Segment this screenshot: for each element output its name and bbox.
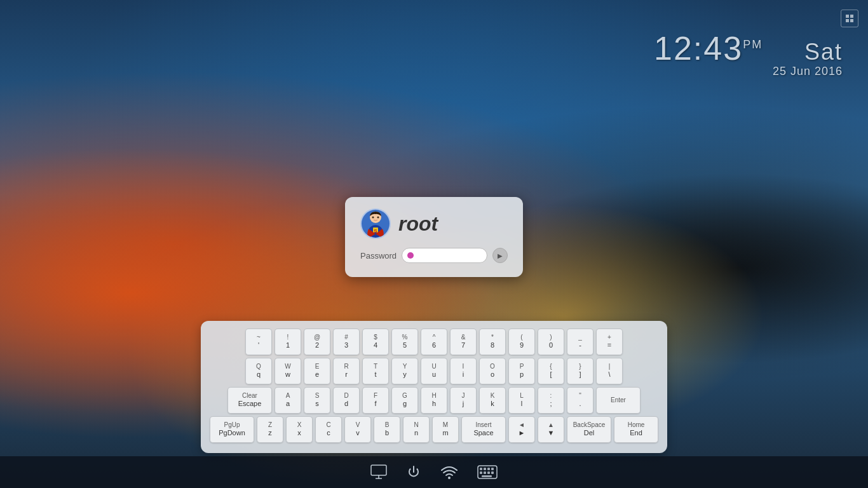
svg-rect-16 bbox=[484, 468, 486, 470]
svg-rect-15 bbox=[480, 468, 482, 470]
settings-icon[interactable] bbox=[841, 10, 858, 27]
key-A[interactable]: Aa bbox=[275, 387, 301, 414]
svg-rect-0 bbox=[846, 15, 849, 18]
svg-point-9 bbox=[377, 217, 379, 219]
key-home-end[interactable]: HomeEnd bbox=[614, 416, 658, 443]
key-rparen-0[interactable]: )0 bbox=[538, 329, 564, 355]
key-left-right-arrow[interactable]: ◄► bbox=[508, 416, 535, 443]
login-dialog: S root Password ▶ bbox=[345, 197, 523, 277]
svg-rect-20 bbox=[484, 471, 486, 474]
key-percent-5[interactable]: %5 bbox=[391, 329, 418, 355]
svg-rect-1 bbox=[850, 15, 853, 18]
taskbar-keyboard-icon[interactable] bbox=[477, 465, 498, 479]
key-amp-7[interactable]: &7 bbox=[450, 329, 477, 355]
key-caret-6[interactable]: ^6 bbox=[421, 329, 447, 355]
key-K[interactable]: Kk bbox=[479, 387, 506, 414]
key-H[interactable]: Hh bbox=[421, 387, 447, 414]
key-at-2[interactable]: @2 bbox=[304, 329, 330, 355]
svg-rect-17 bbox=[487, 468, 490, 470]
taskbar-power-icon[interactable] bbox=[406, 464, 421, 480]
key-N[interactable]: Nn bbox=[403, 416, 430, 443]
key-hash-3[interactable]: #3 bbox=[333, 329, 360, 355]
key-underscore-minus[interactable]: _- bbox=[567, 329, 593, 355]
user-row: S root bbox=[360, 208, 508, 239]
svg-point-13 bbox=[448, 477, 451, 479]
password-row: Password ▶ bbox=[360, 248, 508, 263]
key-S[interactable]: Ss bbox=[304, 387, 330, 414]
key-E[interactable]: Ee bbox=[304, 358, 330, 384]
clock: 12:43PM Sat 25 Jun 2016 bbox=[654, 32, 843, 78]
taskbar-monitor-icon[interactable] bbox=[370, 464, 387, 480]
key-clear-escape[interactable]: ClearEscape bbox=[227, 387, 272, 414]
clock-time: 12:43PM Sat bbox=[654, 32, 843, 65]
key-F[interactable]: Ff bbox=[362, 387, 389, 414]
key-L[interactable]: Ll bbox=[508, 387, 535, 414]
key-I[interactable]: Ii bbox=[450, 358, 477, 384]
keyboard-row-4: PgUpPgDown Zz Xx Cc Vv Bb Nn Mm InsertSp… bbox=[210, 416, 658, 443]
key-D[interactable]: Dd bbox=[333, 387, 360, 414]
key-X[interactable]: Xx bbox=[286, 416, 313, 443]
key-enter[interactable]: Enter bbox=[596, 387, 641, 414]
key-tilde-backtick[interactable]: ~' bbox=[245, 329, 272, 355]
svg-rect-22 bbox=[491, 471, 494, 474]
key-rbrace[interactable]: }] bbox=[567, 358, 593, 384]
key-C[interactable]: Cc bbox=[315, 416, 342, 443]
submit-button[interactable]: ▶ bbox=[492, 248, 508, 263]
key-U[interactable]: Uu bbox=[421, 358, 447, 384]
key-B[interactable]: Bb bbox=[374, 416, 400, 443]
svg-rect-10 bbox=[371, 465, 386, 475]
svg-rect-23 bbox=[482, 475, 492, 477]
clock-date: 25 Jun 2016 bbox=[654, 65, 843, 78]
taskbar bbox=[0, 456, 868, 488]
avatar: S bbox=[360, 208, 391, 239]
key-lparen-9[interactable]: (9 bbox=[508, 329, 535, 355]
key-O[interactable]: Oo bbox=[479, 358, 506, 384]
key-Y[interactable]: Yy bbox=[391, 358, 418, 384]
key-R[interactable]: Rr bbox=[333, 358, 360, 384]
key-P[interactable]: Pp bbox=[508, 358, 535, 384]
key-pgup-pgdown[interactable]: PgUpPgDown bbox=[210, 416, 254, 443]
key-Z[interactable]: Zz bbox=[257, 416, 283, 443]
username: root bbox=[398, 212, 438, 236]
key-colon-semicolon[interactable]: :; bbox=[538, 387, 564, 414]
key-pipe-backslash[interactable]: |\ bbox=[596, 358, 623, 384]
key-insert-space[interactable]: InsertSpace bbox=[461, 416, 506, 443]
password-label: Password bbox=[360, 251, 397, 261]
key-exclaim-1[interactable]: !1 bbox=[275, 329, 301, 355]
virtual-keyboard: ~' !1 @2 #3 $4 %5 ^6 &7 *8 (9 )0 _- += Q… bbox=[201, 321, 667, 453]
svg-rect-3 bbox=[850, 19, 853, 22]
key-up-down-arrow[interactable]: ▲▼ bbox=[538, 416, 564, 443]
taskbar-wifi-icon[interactable] bbox=[440, 465, 458, 479]
clock-day: Sat bbox=[804, 39, 843, 65]
keyboard-row-2: Qq Ww Ee Rr Tt Yy Uu Ii Oo Pp {[ }] |\ bbox=[210, 358, 658, 384]
key-lbrace[interactable]: {[ bbox=[538, 358, 564, 384]
clock-period: PM bbox=[743, 38, 763, 51]
key-Q[interactable]: Qq bbox=[245, 358, 272, 384]
clock-time-value: 12:43 bbox=[654, 30, 743, 67]
password-field[interactable] bbox=[402, 248, 487, 263]
key-plus-equal[interactable]: += bbox=[596, 329, 623, 355]
key-backspace-del[interactable]: BackSpaceDel bbox=[567, 416, 611, 443]
keyboard-row-3: ClearEscape Aa Ss Dd Ff Gg Hh Jj Kk Ll :… bbox=[210, 387, 658, 414]
key-star-8[interactable]: *8 bbox=[479, 329, 506, 355]
svg-rect-2 bbox=[846, 19, 849, 22]
keyboard-row-1: ~' !1 @2 #3 $4 %5 ^6 &7 *8 (9 )0 _- += bbox=[210, 329, 658, 355]
password-dot bbox=[407, 252, 414, 259]
key-G[interactable]: Gg bbox=[391, 387, 418, 414]
key-W[interactable]: Ww bbox=[275, 358, 301, 384]
svg-rect-19 bbox=[480, 471, 482, 474]
key-quote-period[interactable]: ". bbox=[567, 387, 593, 414]
key-dollar-4[interactable]: $4 bbox=[362, 329, 389, 355]
key-T[interactable]: Tt bbox=[362, 358, 389, 384]
svg-rect-21 bbox=[487, 471, 490, 474]
key-M[interactable]: Mm bbox=[432, 416, 459, 443]
svg-point-8 bbox=[372, 217, 374, 219]
key-J[interactable]: Jj bbox=[450, 387, 477, 414]
svg-rect-18 bbox=[491, 468, 494, 470]
key-V[interactable]: Vv bbox=[344, 416, 371, 443]
